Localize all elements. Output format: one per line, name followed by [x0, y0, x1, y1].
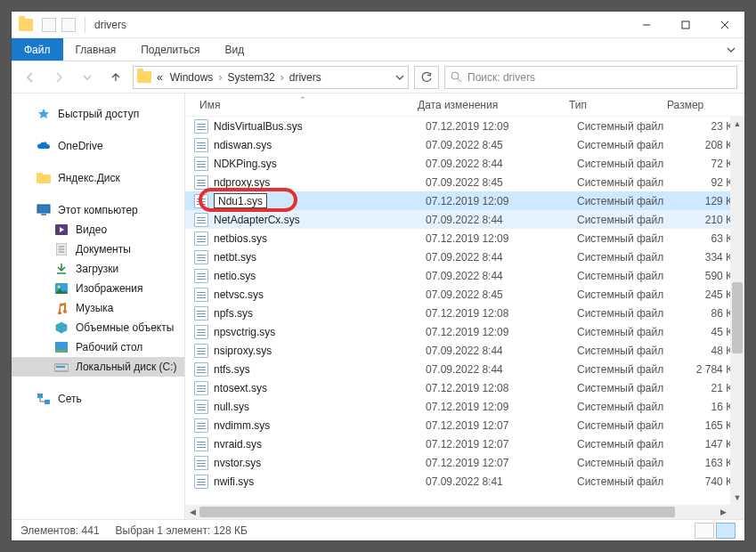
file-row[interactable]: nvstor.sys07.12.2019 12:07Системный файл…: [185, 453, 730, 472]
nav-videos[interactable]: Видео: [12, 220, 184, 239]
scroll-thumb[interactable]: [732, 282, 743, 353]
address-dropdown-button[interactable]: [395, 73, 404, 82]
file-row[interactable]: ndiswan.sys07.09.2022 8:45Системный файл…: [185, 135, 730, 154]
file-type: Системный файл: [577, 288, 675, 301]
tab-share[interactable]: Поделиться: [128, 38, 212, 61]
file-type: Системный файл: [577, 176, 675, 189]
file-row[interactable]: npsvctrig.sys07.12.2019 12:09Системный ф…: [185, 322, 730, 341]
scroll-track[interactable]: [199, 505, 716, 519]
nav-onedrive[interactable]: OneDrive: [12, 136, 184, 156]
nav-label: Рабочий стол: [76, 341, 142, 353]
scroll-left-button[interactable]: ◀: [185, 505, 199, 519]
titlebar-icons: [12, 17, 91, 33]
file-row[interactable]: NdisVirtualBus.sys07.12.2019 12:09Систем…: [185, 117, 730, 135]
file-name: null.sys: [214, 401, 426, 413]
nav-forward-button[interactable]: [47, 66, 70, 89]
file-name: NDKPing.sys: [214, 158, 426, 170]
scroll-up-button[interactable]: ▲: [730, 117, 744, 131]
file-list[interactable]: NdisVirtualBus.sys07.12.2019 12:09Систем…: [185, 117, 744, 519]
file-size: 63 КБ: [675, 232, 730, 245]
breadcrumb-segment[interactable]: System32: [225, 71, 276, 84]
file-date: 07.09.2022 8:45: [426, 176, 577, 189]
sys-file-icon: [194, 418, 208, 433]
nav-pictures[interactable]: Изображения: [12, 279, 184, 298]
nav-local-disk-c[interactable]: Локальный диск (C:): [12, 357, 184, 377]
sort-asc-icon: ⌃: [299, 95, 306, 104]
nav-label: Загрузки: [76, 263, 118, 275]
scroll-down-button[interactable]: ▼: [730, 491, 744, 505]
col-header-type[interactable]: Тип: [564, 99, 662, 111]
star-icon: [37, 107, 51, 121]
file-row[interactable]: netbios.sys07.12.2019 12:09Системный фай…: [185, 229, 730, 248]
file-row[interactable]: NetAdapterCx.sys07.09.2022 8:44Системный…: [185, 210, 730, 229]
nav-up-button[interactable]: [104, 66, 127, 89]
nav-label: Яндекс.Диск: [58, 172, 120, 184]
ribbon-expand-button[interactable]: [718, 38, 744, 61]
scroll-thumb[interactable]: [199, 507, 675, 517]
file-row[interactable]: nvdimm.sys07.12.2019 12:07Системный файл…: [185, 416, 730, 434]
nav-desktop[interactable]: Рабочий стол: [12, 337, 184, 357]
tab-home[interactable]: Главная: [63, 38, 129, 61]
navigation-pane[interactable]: Быстрый доступ OneDrive Яндекс.Диск Этот…: [12, 93, 185, 519]
breadcrumb-segment[interactable]: Windows: [168, 71, 215, 84]
breadcrumb-segment[interactable]: drivers: [288, 71, 323, 84]
refresh-button[interactable]: [414, 66, 439, 89]
sys-file-icon: [194, 175, 208, 190]
qat-button[interactable]: [61, 18, 76, 32]
vertical-scrollbar[interactable]: ▲ ▼: [730, 117, 744, 505]
nav-3d-objects[interactable]: Объемные объекты: [12, 318, 184, 337]
view-details-button[interactable]: [716, 523, 736, 539]
file-name: npfs.sys: [214, 307, 426, 320]
file-row[interactable]: ndproxy.sys07.09.2022 8:45Системный файл…: [185, 173, 730, 191]
svg-line-5: [458, 78, 461, 82]
file-row[interactable]: ntfs.sys07.09.2022 8:44Системный файл2 7…: [185, 360, 730, 378]
scroll-track[interactable]: [730, 131, 744, 491]
file-size: 210 КБ: [675, 214, 730, 226]
file-row[interactable]: NDKPing.sys07.09.2022 8:44Системный файл…: [185, 154, 730, 173]
svg-rect-23: [45, 400, 50, 404]
col-header-size[interactable]: Размер: [662, 99, 733, 111]
nav-quick-access[interactable]: Быстрый доступ: [12, 104, 184, 124]
status-selection: Выбран 1 элемент: 128 КБ: [116, 524, 248, 537]
folder-icon: [137, 71, 151, 83]
tab-view[interactable]: Вид: [212, 38, 256, 61]
file-row[interactable]: null.sys07.12.2019 12:09Системный файл16…: [185, 397, 730, 416]
file-row[interactable]: netio.sys07.09.2022 8:44Системный файл59…: [185, 266, 730, 285]
view-large-icons-button[interactable]: [695, 523, 714, 539]
nav-documents[interactable]: Документы: [12, 239, 184, 259]
nav-label: Изображения: [76, 282, 142, 295]
file-row[interactable]: npfs.sys07.12.2019 12:08Системный файл86…: [185, 304, 730, 322]
address-box[interactable]: « Windows › System32 › drivers: [133, 66, 409, 89]
qat-button[interactable]: [42, 18, 56, 32]
nav-yandex-disk[interactable]: Яндекс.Диск: [12, 168, 184, 188]
rename-input[interactable]: Ndu1.sys: [214, 193, 267, 208]
file-row[interactable]: nwifi.sys07.09.2022 8:41Системный файл74…: [185, 472, 730, 491]
minimize-button[interactable]: [627, 12, 666, 38]
file-row[interactable]: nsiproxy.sys07.09.2022 8:44Системный фай…: [185, 341, 730, 360]
file-row[interactable]: nvraid.sys07.12.2019 12:07Системный файл…: [185, 434, 730, 453]
sys-file-icon: [194, 213, 208, 227]
file-row[interactable]: Ndu1.sys07.12.2019 12:09Системный файл12…: [185, 191, 730, 210]
titlebar: drivers: [12, 12, 744, 38]
tab-file[interactable]: Файл: [12, 38, 63, 61]
file-size: 163 КБ: [675, 457, 730, 469]
explorer-window: drivers Файл Главная Поделиться Вид « Wi…: [11, 11, 745, 541]
nav-back-button[interactable]: [19, 66, 42, 89]
close-button[interactable]: [705, 12, 744, 38]
file-row[interactable]: netbt.sys07.09.2022 8:44Системный файл33…: [185, 248, 730, 266]
file-type: Системный файл: [577, 382, 675, 394]
nav-network[interactable]: Сеть: [12, 389, 184, 409]
nav-recent-button[interactable]: [76, 66, 99, 89]
nav-music[interactable]: Музыка: [12, 298, 184, 318]
search-input[interactable]: Поиск: drivers: [444, 66, 737, 89]
breadcrumb-overflow[interactable]: «: [155, 71, 165, 84]
file-row[interactable]: ntosext.sys07.12.2019 12:08Системный фай…: [185, 378, 730, 397]
nav-downloads[interactable]: Загрузки: [12, 259, 184, 279]
maximize-button[interactable]: [666, 12, 705, 38]
file-size: 740 КБ: [675, 475, 730, 488]
nav-this-pc[interactable]: Этот компьютер: [12, 200, 184, 220]
scroll-right-button[interactable]: ▶: [716, 505, 730, 519]
col-header-date[interactable]: Дата изменения: [412, 99, 564, 111]
file-row[interactable]: netvsc.sys07.09.2022 8:45Системный файл2…: [185, 285, 730, 304]
horizontal-scrollbar[interactable]: ◀ ▶: [185, 505, 730, 519]
